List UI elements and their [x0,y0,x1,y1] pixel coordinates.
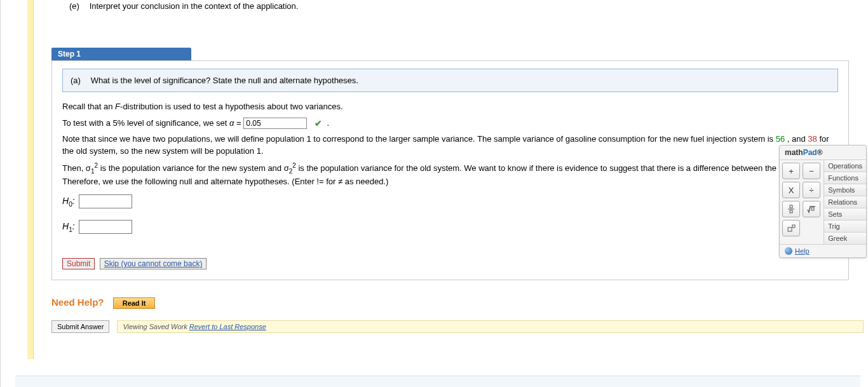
h1-label: H1: [62,221,75,233]
svg-rect-3 [811,208,814,210]
then-b: is the population variance for the new s… [100,163,289,173]
note-mid: , and [787,134,808,144]
alpha-line: To test with a 5% level of significance,… [62,117,838,130]
svg-rect-0 [790,205,792,208]
mathpad-frac-button[interactable] [782,201,800,217]
sigma1-sup: 2 [94,162,98,169]
value-56: 56 [776,134,785,144]
mathpad-title: mathPad® [780,146,866,160]
check-icon: ✔ [315,117,322,130]
question-highlight-strip [27,0,34,359]
mathpad-cat-sets[interactable]: Sets [824,208,866,221]
saved-prefix: Viewing Saved Work [123,323,189,330]
h0-row: H0: [62,194,838,208]
mathpad-cat-greek[interactable]: Greek [824,233,866,244]
revert-link[interactable]: Revert to Last Response [189,323,266,330]
note-a: Note that since we have two populations,… [62,134,776,144]
sigma2-sup: 2 [292,162,296,169]
mathpad-divide-button[interactable]: ÷ [803,182,820,198]
mathpad-cat-relations[interactable]: Relations [824,196,866,208]
mathpad-cat-operations[interactable]: Operations [824,160,866,172]
need-help-row: Need Help? Read It [51,297,864,309]
svg-rect-4 [788,227,792,231]
then-a: Then, σ [62,163,91,173]
submit-answer-button[interactable]: Submit Answer [51,320,109,333]
mathpad-help-label: Help [795,247,810,255]
step-content-box: (a) What is the level of significance? S… [51,60,849,280]
part-e-prompt: (e) Interpret your conclusion in the con… [69,1,864,11]
part-e-text: Interpret your conclusion in the context… [90,1,299,11]
then-paragraph: Then, σ12 is the population variance for… [62,161,838,188]
mathpad-exp-button[interactable] [782,220,800,236]
mathpad-cat-symbols[interactable]: Symbols [824,184,866,196]
h1-row: H1: [62,220,838,234]
footer-strip [15,376,860,387]
saved-work-bar: Viewing Saved Work Revert to Last Respon… [117,320,864,333]
note-paragraph: Note that since we have two populations,… [62,133,838,158]
mathpad-minus-button[interactable]: − [803,163,820,179]
need-help-label: Need Help? [51,297,104,308]
svg-rect-5 [792,225,795,227]
mathpad-cat-trig[interactable]: Trig [824,221,866,233]
h1-input[interactable] [79,220,132,234]
skip-step-button[interactable]: Skip (you cannot come back) [100,258,207,269]
mathpad-panel[interactable]: mathPad® + − X ÷ Operations Functi [779,145,867,258]
step-submit-bar: Submit Skip (you cannot come back) [62,258,838,269]
alpha-period: . [327,118,330,127]
mathpad-sqrt-button[interactable] [803,201,820,217]
saved-work-row: Submit Answer Viewing Saved Work Revert … [51,320,864,333]
svg-rect-2 [790,210,792,213]
mathpad-times-button[interactable]: X [782,182,800,198]
mathpad-categories: Operations Functions Symbols Relations S… [824,160,866,244]
value-38: 38 [808,134,817,144]
mathpad-help-link[interactable]: Help [780,244,866,257]
mathpad-keys: + − X ÷ [780,160,824,244]
recall-text: Recall that an F-distribution is used to… [62,101,838,113]
sub-question-label: (a) [71,76,88,85]
alpha-prefix: To test with a 5% level of significance,… [62,118,243,127]
read-it-button[interactable]: Read It [113,297,156,309]
mathpad-cat-functions[interactable]: Functions [824,172,866,184]
mathpad-plus-button[interactable]: + [782,163,800,179]
h0-input[interactable] [79,194,132,208]
alpha-input[interactable] [243,118,307,129]
submit-step-button[interactable]: Submit [62,258,95,269]
h0-label: H0: [62,196,75,208]
step-header: Step 1 [51,48,191,60]
globe-icon [785,247,792,255]
part-e-label: (e) [69,1,87,11]
sub-question-text: What is the level of significance? State… [91,76,358,85]
sub-question-a: (a) What is the level of significance? S… [62,69,838,92]
